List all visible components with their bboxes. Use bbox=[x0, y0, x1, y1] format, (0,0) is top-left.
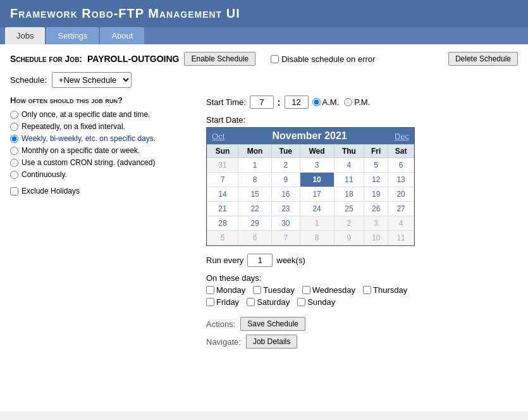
calendar-day[interactable]: 2 bbox=[334, 216, 364, 231]
calendar-day[interactable]: 6 bbox=[238, 231, 272, 245]
calendar-day[interactable]: 25 bbox=[334, 202, 364, 216]
calendar-day[interactable]: 17 bbox=[300, 187, 334, 202]
days-row-1: Monday Tuesday Wednesday Thursday bbox=[206, 285, 518, 295]
calendar-day[interactable]: 5 bbox=[364, 158, 388, 173]
app-header: Framework Robo-FTP Management UI bbox=[0, 0, 528, 27]
calendar-day[interactable]: 23 bbox=[272, 202, 300, 216]
disable-on-error-label[interactable]: Disable schedule on error bbox=[271, 54, 375, 64]
calendar-day[interactable]: 11 bbox=[388, 231, 414, 245]
option-weekly[interactable]: Weekly, bi-weekly, etc. on specific days… bbox=[10, 134, 193, 143]
calendar-day[interactable]: 29 bbox=[238, 216, 272, 231]
calendar-day[interactable]: 12 bbox=[364, 173, 388, 187]
tab-about[interactable]: About bbox=[100, 27, 144, 44]
calendar-header-row: Sun Mon Tue Wed Thu Fri Sat bbox=[207, 145, 414, 158]
calendar-day[interactable]: 3 bbox=[300, 158, 334, 173]
tuesday-checkbox[interactable] bbox=[253, 286, 261, 294]
am-radio[interactable] bbox=[312, 98, 321, 106]
saturday-checkbox-label[interactable]: Saturday bbox=[247, 297, 290, 307]
option-once[interactable]: Only once, at a specific date and time. bbox=[10, 110, 193, 119]
calendar-day[interactable]: 20 bbox=[388, 187, 414, 202]
calendar-day[interactable]: 19 bbox=[364, 187, 388, 202]
pm-label[interactable]: P.M. bbox=[344, 97, 370, 107]
option-continuously[interactable]: Continuously. bbox=[10, 170, 193, 179]
calendar-day[interactable]: 10 bbox=[364, 231, 388, 245]
next-month-nav[interactable]: Dec bbox=[395, 132, 409, 141]
calendar-day[interactable]: 6 bbox=[388, 158, 414, 173]
saturday-checkbox[interactable] bbox=[247, 298, 255, 306]
calendar-day[interactable]: 22 bbox=[238, 202, 272, 216]
calendar-day[interactable]: 7 bbox=[207, 173, 238, 187]
calendar-day[interactable]: 2 bbox=[272, 158, 300, 173]
disable-on-error-checkbox[interactable] bbox=[271, 55, 279, 63]
hour-input[interactable] bbox=[250, 96, 274, 109]
calendar-day[interactable]: 13 bbox=[388, 173, 414, 187]
actions-label: Actions: bbox=[206, 319, 235, 329]
calendar-day[interactable]: 31 bbox=[207, 158, 238, 173]
calendar-day[interactable]: 16 bbox=[272, 187, 300, 202]
option-cron[interactable]: Use a custom CRON string. (advanced) bbox=[10, 158, 193, 167]
calendar-day[interactable]: 10 bbox=[300, 173, 334, 187]
main-content: Schedule for Job: PAYROLL-OUTGOING Enabl… bbox=[0, 44, 528, 411]
calendar-day[interactable]: 27 bbox=[388, 202, 414, 216]
friday-checkbox[interactable] bbox=[206, 298, 214, 306]
navigate-label: Navigate: bbox=[206, 337, 241, 347]
calendar-day[interactable]: 21 bbox=[207, 202, 238, 216]
calendar-day[interactable]: 11 bbox=[334, 173, 364, 187]
calendar-day[interactable]: 8 bbox=[300, 231, 334, 245]
option-monthly[interactable]: Monthly on a specific date or week. bbox=[10, 146, 193, 155]
wednesday-checkbox[interactable] bbox=[302, 286, 310, 294]
run-every-row: Run every week(s) bbox=[206, 254, 518, 267]
calendar-day[interactable]: 1 bbox=[300, 216, 334, 231]
left-column: How often should this job run? Only once… bbox=[10, 96, 193, 349]
calendar-day[interactable]: 8 bbox=[238, 173, 272, 187]
thursday-checkbox[interactable] bbox=[363, 286, 371, 294]
calendar-day[interactable]: 1 bbox=[238, 158, 272, 173]
col-sat: Sat bbox=[388, 145, 414, 158]
thursday-checkbox-label[interactable]: Thursday bbox=[363, 285, 407, 295]
enable-schedule-button[interactable]: Enable Schedule bbox=[184, 52, 255, 66]
calendar-day[interactable]: 9 bbox=[334, 231, 364, 245]
calendar-day[interactable]: 7 bbox=[272, 231, 300, 245]
right-column: Start Time: : A.M. P.M. Start Date: bbox=[206, 96, 518, 349]
run-every-input[interactable] bbox=[247, 254, 273, 267]
pm-radio[interactable] bbox=[344, 98, 352, 106]
calendar-day[interactable]: 4 bbox=[334, 158, 364, 173]
calendar-day[interactable]: 30 bbox=[272, 216, 300, 231]
sunday-checkbox[interactable] bbox=[297, 298, 305, 306]
calendar-week-row: 21222324252627 bbox=[207, 202, 414, 216]
calendar-day[interactable]: 26 bbox=[364, 202, 388, 216]
nav-tabs: Jobs Settings About bbox=[0, 27, 528, 44]
schedule-select[interactable]: +New Schedule Schedule 1 Schedule 2 bbox=[52, 72, 132, 88]
wednesday-checkbox-label[interactable]: Wednesday bbox=[302, 285, 355, 295]
calendar-day[interactable]: 5 bbox=[207, 231, 238, 245]
job-details-button[interactable]: Job Details bbox=[246, 335, 297, 349]
tuesday-checkbox-label[interactable]: Tuesday bbox=[253, 285, 294, 295]
minute-input[interactable] bbox=[285, 96, 309, 109]
calendar-day[interactable]: 3 bbox=[364, 216, 388, 231]
calendar-day[interactable]: 28 bbox=[207, 216, 238, 231]
sunday-checkbox-label[interactable]: Sunday bbox=[297, 297, 335, 307]
tab-jobs[interactable]: Jobs bbox=[5, 27, 45, 44]
tab-settings[interactable]: Settings bbox=[46, 27, 99, 44]
am-label[interactable]: A.M. bbox=[312, 97, 340, 107]
calendar-day[interactable]: 15 bbox=[238, 187, 272, 202]
option-repeated[interactable]: Repeatedly, on a fixed interval. bbox=[10, 122, 193, 131]
prev-month-nav[interactable]: Oct bbox=[212, 132, 224, 141]
save-schedule-button[interactable]: Save Schedule bbox=[240, 317, 305, 331]
ampm-group: A.M. P.M. bbox=[312, 97, 371, 107]
calendar-day[interactable]: 14 bbox=[207, 187, 238, 202]
calendar-day[interactable]: 4 bbox=[388, 216, 414, 231]
calendar-body: 3112345678910111213141516171819202122232… bbox=[207, 158, 414, 245]
friday-checkbox-label[interactable]: Friday bbox=[206, 297, 239, 307]
app-title: Framework Robo-FTP Management UI bbox=[10, 6, 518, 21]
schedule-header: Schedule for Job: PAYROLL-OUTGOING Enabl… bbox=[10, 52, 518, 66]
monday-checkbox[interactable] bbox=[206, 286, 214, 294]
calendar-day[interactable]: 18 bbox=[334, 187, 364, 202]
actions-row: Actions: Save Schedule bbox=[206, 317, 518, 331]
monday-checkbox-label[interactable]: Monday bbox=[206, 285, 245, 295]
calendar-day[interactable]: 24 bbox=[300, 202, 334, 216]
exclude-holidays-checkbox[interactable] bbox=[10, 187, 18, 195]
calendar-day[interactable]: 9 bbox=[272, 173, 300, 187]
calendar-week-row: 31123456 bbox=[207, 158, 414, 173]
delete-schedule-button[interactable]: Delete Schedule bbox=[448, 52, 518, 66]
